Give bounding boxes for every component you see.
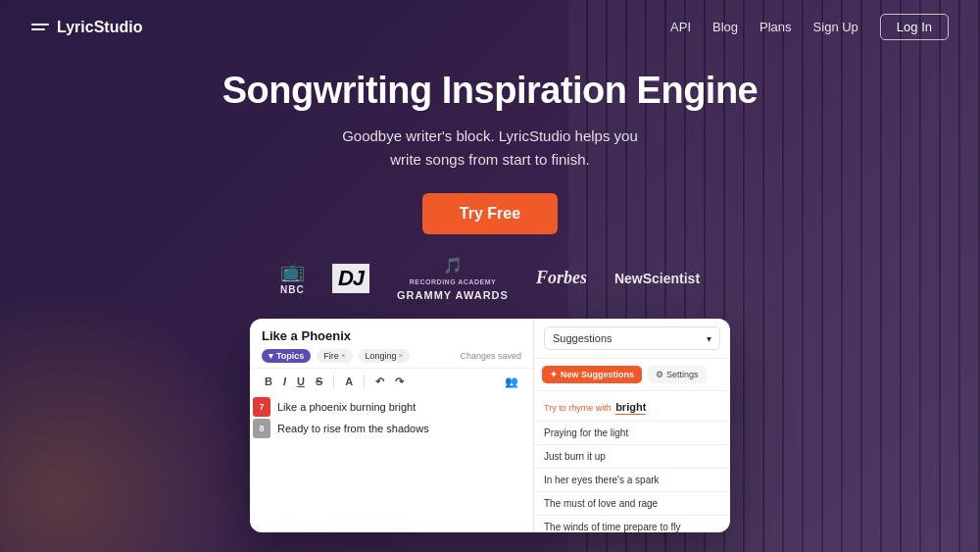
editor-lines: 7 8 Like a phoenix burning bright Ready …	[250, 395, 533, 532]
chevron-down-icon: ▾	[269, 351, 273, 361]
lines-text[interactable]: Like a phoenix burning bright Ready to r…	[273, 395, 533, 532]
chevron-down-icon	[707, 332, 711, 344]
line-1-text: Like a phoenix burning bright	[273, 397, 533, 417]
suggestions-dropdown-label: Suggestions	[553, 332, 612, 344]
suggestion-item[interactable]: The must of love and rage	[534, 492, 730, 516]
nbc-logo: 📺 NBC	[280, 261, 305, 295]
hero-subtext: Goodbye writer's block. LyricStudio help…	[342, 125, 638, 172]
topics-button[interactable]: ▾ Topics	[262, 349, 311, 363]
nav-link-blog[interactable]: Blog	[712, 20, 738, 34]
logo-icon	[31, 24, 49, 30]
document-title: Like a Phoenix	[262, 328, 521, 343]
suggestion-item[interactable]: Just burn it up	[534, 445, 730, 469]
tag-fire[interactable]: Fire ×	[317, 349, 352, 363]
suggestion-item[interactable]: The winds of time prepare to fly	[534, 516, 730, 532]
suggestion-item[interactable]: Praying for the light	[534, 422, 730, 445]
editor-header: Like a Phoenix ▾ Topics Fire × Longing ×…	[250, 319, 533, 363]
dj-label: DJ	[332, 264, 369, 293]
grammy-logo: 🎵 RECORDING ACADEMY GRAMMY AWARDS	[397, 256, 509, 301]
navigation: LyricStudio API Blog Plans Sign Up Log I…	[0, 0, 980, 54]
toolbar-separator	[333, 375, 334, 388]
remove-fire-icon[interactable]: ×	[341, 351, 346, 360]
sparkle-icon: ✦	[550, 370, 558, 379]
forbes-label: Forbes	[536, 268, 587, 288]
line-2-text: Ready to rise from the shadows	[273, 419, 533, 438]
new-suggestions-button[interactable]: ✦ New Suggestions	[542, 366, 642, 383]
strikethrough-button[interactable]: S	[313, 374, 325, 389]
collaborators-button[interactable]: 👥	[502, 374, 521, 390]
nav-links: API Blog Plans Sign Up Log In	[670, 14, 949, 40]
editor-pane: Like a Phoenix ▾ Topics Fire × Longing ×…	[250, 319, 534, 532]
line-number-8: 8	[253, 419, 270, 438]
rhyme-section: Try to rhyme with bright	[534, 391, 730, 422]
nbc-label: NBC	[280, 284, 305, 295]
nav-link-api[interactable]: API	[670, 20, 691, 34]
logo-text: LyricStudio	[57, 19, 142, 36]
new-scientist-label: NewScientist	[614, 271, 700, 286]
suggestions-actions: ✦ New Suggestions ⚙ Settings	[534, 359, 730, 391]
suggestions-header-bar: Suggestions	[534, 319, 730, 359]
underline-button[interactable]: U	[294, 374, 308, 389]
remove-longing-icon[interactable]: ×	[399, 351, 404, 360]
nav-link-plans[interactable]: Plans	[760, 20, 792, 34]
line-numbers: 7 8	[250, 395, 273, 532]
rhyme-word: bright	[615, 401, 646, 415]
suggestion-list: Praying for the light Just burn it up In…	[534, 422, 730, 532]
line-number-7: 7	[253, 397, 270, 417]
try-free-button[interactable]: Try Free	[422, 193, 558, 234]
hero-headline: Songwriting Inspiration Engine	[222, 70, 759, 113]
gear-icon: ⚙	[656, 370, 663, 379]
press-logos: 📺 NBC DJ 🎵 RECORDING ACADEMY GRAMMY AWAR…	[280, 256, 700, 301]
suggestions-pane: Suggestions ✦ New Suggestions ⚙ Settings…	[534, 319, 730, 532]
bold-button[interactable]: B	[262, 374, 275, 389]
tags-row: ▾ Topics Fire × Longing × Changes saved	[262, 349, 521, 363]
nbc-peacock-icon: 📺	[280, 261, 305, 280]
login-button[interactable]: Log In	[880, 14, 949, 40]
save-status: Changes saved	[460, 351, 521, 361]
suggestions-dropdown[interactable]: Suggestions	[544, 326, 720, 350]
grammy-sub: RECORDING ACADEMY	[410, 278, 496, 285]
nav-link-signup[interactable]: Sign Up	[813, 20, 858, 34]
font-color-button[interactable]: A	[342, 374, 356, 389]
italic-button[interactable]: I	[280, 374, 289, 389]
new-scientist-logo: NewScientist	[614, 271, 700, 286]
suggestion-item[interactable]: In her eyes there's a spark	[534, 469, 730, 492]
dj-logo: DJ	[332, 264, 369, 293]
settings-button[interactable]: ⚙ Settings	[648, 366, 707, 383]
app-mockup: Like a Phoenix ▾ Topics Fire × Longing ×…	[250, 319, 730, 532]
redo-button[interactable]: ↷	[392, 374, 407, 390]
grammy-title: GRAMMY AWARDS	[397, 289, 509, 301]
editor-toolbar: B I U S A ↶ ↷ 👥	[250, 368, 533, 395]
toolbar-separator-2	[364, 375, 365, 388]
forbes-logo: Forbes	[536, 268, 587, 288]
grammy-icon: 🎵	[443, 256, 463, 275]
tag-longing[interactable]: Longing ×	[359, 349, 411, 363]
logo: LyricStudio	[31, 19, 142, 36]
rhyme-label: Try to rhyme with	[544, 403, 612, 413]
undo-button[interactable]: ↶	[372, 374, 387, 390]
hero-section: Songwriting Inspiration Engine Goodbye w…	[222, 70, 759, 234]
